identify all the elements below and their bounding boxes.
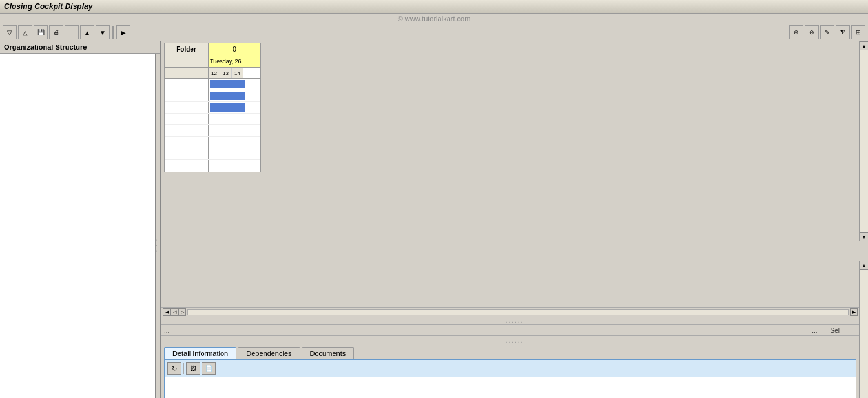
tabs-bar: Detail Information Dependencies Document… — [161, 344, 868, 359]
tab-content-area: ↻ 🖼 📄 ◀ ▶ ▶ ▷ — [164, 359, 856, 398]
status-bar: ... ... Sel — [161, 324, 868, 336]
vscroll-lower-up-btn[interactable]: ▲ — [860, 261, 868, 270]
blank-btn[interactable] — [65, 25, 79, 39]
right-vscroll-upper[interactable]: ▲ ▼ — [859, 41, 868, 241]
tab-dependencies[interactable]: Dependencies — [238, 347, 300, 359]
hscroll-left2-btn[interactable]: ◁ — [170, 308, 178, 316]
separator1 — [112, 26, 114, 39]
date-label-14: 14 — [232, 68, 243, 78]
tab-content-inner — [165, 377, 856, 398]
filter2-btn[interactable]: ⧨ — [836, 25, 850, 39]
date-label-12: 12 — [209, 68, 220, 78]
gantt-area: ◀ ◁ ▷ ▶ — [161, 174, 859, 316]
main-area: Organizational Structure . . . Folder 0 — [0, 41, 868, 398]
app-title: Closing Cockpit Display — [4, 2, 92, 11]
date-label-13: 13 — [220, 68, 232, 78]
status-middle: ... — [812, 327, 817, 334]
zero-label: 0 — [209, 43, 260, 55]
up-btn[interactable]: △ — [18, 25, 32, 39]
tab-detail-information[interactable]: Detail Information — [164, 347, 236, 359]
watermark-bar: © www.tutorialkart.com — [0, 14, 868, 24]
tuesday-label: Tuesday, 26 — [209, 55, 260, 67]
status-sel: Sel — [831, 327, 840, 334]
chart-hscroll[interactable]: ◀ ◁ ▷ ▶ — [161, 307, 859, 316]
sidebar-header: Organizational Structure — [0, 41, 160, 54]
watermark-text: © www.tutorialkart.com — [398, 15, 471, 23]
status-left: ... — [164, 327, 812, 334]
print-btn[interactable]: 🖨 — [49, 25, 63, 39]
bottom-panel: Detail Information Dependencies Document… — [161, 344, 868, 398]
down-arrow-btn[interactable]: ▼ — [96, 25, 110, 39]
folder-label: Folder — [165, 43, 209, 55]
zoom-in-btn[interactable]: ⊕ — [789, 25, 803, 39]
tab-image-btn[interactable]: 🖼 — [186, 362, 200, 375]
left-sidebar: Organizational Structure . . . — [0, 41, 161, 398]
tab-refresh-btn[interactable]: ↻ — [167, 362, 181, 375]
sidebar-title: Organizational Structure — [4, 43, 87, 51]
vscroll-down-btn[interactable]: ▼ — [860, 232, 868, 241]
hscroll-left-btn[interactable]: ◀ — [163, 308, 170, 316]
sidebar-resize-handle[interactable]: . . . — [155, 54, 160, 398]
right-toolbar: Folder 0 Tuesday, 26 12 13 14 — [161, 41, 868, 174]
hscroll-right-btn[interactable]: ▷ — [178, 308, 186, 316]
more-btn[interactable]: ▶ — [116, 25, 130, 39]
right-vscroll-lower[interactable]: ▲ ▼ — [859, 261, 868, 398]
tab-doc-btn[interactable]: 📄 — [202, 362, 216, 375]
tab-documents[interactable]: Documents — [302, 347, 355, 359]
lower-resize-handle[interactable]: ...... — [161, 336, 868, 344]
main-toolbar: ▽ △ 💾 🖨 ▲ ▼ ▶ ⊕ ⊖ ✎ ⧨ ⊞ — [0, 24, 868, 41]
right-panel: Folder 0 Tuesday, 26 12 13 14 — [161, 41, 868, 398]
hscroll-right2-btn[interactable]: ▶ — [850, 308, 858, 316]
tab-separator1 — [183, 363, 184, 374]
edit-btn[interactable]: ✎ — [820, 25, 834, 39]
zoom-out-btn[interactable]: ⊖ — [805, 25, 819, 39]
save-btn[interactable]: 💾 — [34, 25, 48, 39]
title-bar: Closing Cockpit Display — [0, 0, 868, 14]
up-arrow-btn[interactable]: ▲ — [80, 25, 94, 39]
grid-btn[interactable]: ⊞ — [851, 25, 865, 39]
vscroll-track-upper — [860, 50, 868, 232]
vscroll-up-btn[interactable]: ▲ — [860, 41, 868, 50]
hscroll-track[interactable] — [187, 309, 849, 315]
tab-content-toolbar: ↻ 🖼 📄 — [165, 360, 856, 377]
upper-resize-handle[interactable]: ...... — [161, 316, 868, 324]
filter-btn[interactable]: ▽ — [3, 25, 17, 39]
vscroll-track-lower — [860, 270, 868, 398]
